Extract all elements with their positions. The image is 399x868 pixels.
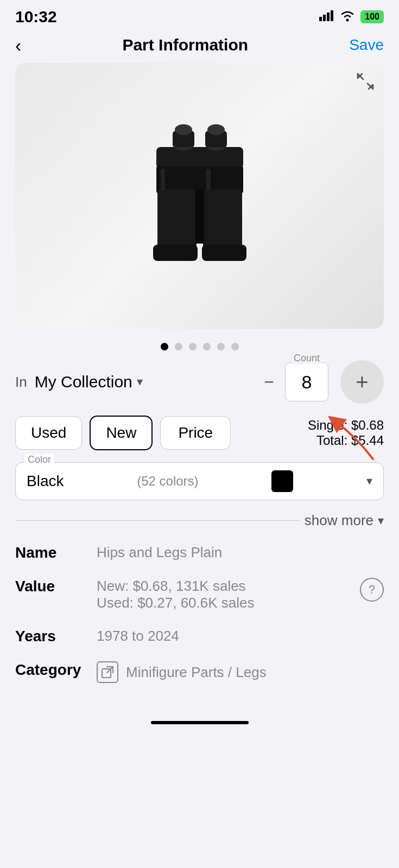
new-button[interactable]: New (90, 416, 153, 450)
svg-rect-14 (153, 245, 198, 261)
home-bar (151, 721, 249, 724)
count-value: 8 (302, 372, 312, 393)
external-link-icon[interactable] (97, 661, 118, 683)
in-label: In (15, 374, 27, 391)
condition-row: Used New Price Single: $0.68 Total: $5.4… (15, 416, 384, 450)
name-label: Name (15, 544, 86, 561)
collection-name: My Collection (35, 373, 132, 391)
count-container: Count 8 (285, 362, 328, 401)
wifi-icon (340, 10, 355, 24)
svg-point-8 (175, 124, 192, 135)
status-time: 10:32 (15, 8, 57, 26)
page-title: Part Information (122, 36, 248, 54)
info-section: Name Hips and Legs Plain Value New: $0.6… (15, 544, 384, 712)
collection-dropdown-arrow: ▾ (137, 375, 143, 389)
color-label: Color (24, 454, 54, 465)
value-new: New: $0.68, 131K sales (97, 578, 345, 595)
color-count: (52 colors) (137, 474, 198, 489)
svg-rect-2 (327, 12, 330, 21)
battery-badge: 100 (360, 10, 384, 23)
total-price: Total: $5.44 (308, 433, 384, 448)
svg-rect-1 (323, 15, 326, 21)
status-icons: 100 (319, 10, 384, 24)
product-image[interactable] (15, 63, 384, 329)
collection-dropdown[interactable]: My Collection ▾ (35, 373, 254, 391)
dot-4[interactable] (203, 343, 211, 350)
increment-button[interactable]: + (340, 360, 384, 404)
single-price: Single: $0.68 (308, 418, 384, 433)
home-indicator (0, 712, 399, 730)
status-bar: 10:32 100 (0, 0, 399, 29)
category-content: Minifigure Parts / Legs (97, 661, 267, 683)
product-image-container (15, 63, 384, 329)
category-label: Category (15, 661, 86, 679)
color-container[interactable]: Color Black (52 colors) ▾ (15, 462, 384, 500)
years-value: 1978 to 2024 (97, 628, 384, 644)
dot-6[interactable] (231, 343, 239, 350)
show-more-divider (15, 520, 300, 521)
back-button[interactable]: ‹ (15, 36, 21, 54)
svg-rect-19 (206, 169, 211, 190)
show-more-arrow[interactable]: ▾ (378, 514, 384, 528)
years-row: Years 1978 to 2024 (15, 628, 384, 645)
value-details: New: $0.68, 131K sales Used: $0.27, 60.6… (97, 578, 345, 611)
svg-line-23 (107, 667, 113, 673)
svg-rect-12 (156, 166, 243, 193)
category-row: Category Minifigure Parts / Legs (15, 661, 384, 683)
dot-2[interactable] (175, 343, 182, 350)
count-field[interactable]: 8 (285, 362, 328, 401)
category-value: Minifigure Parts / Legs (126, 664, 267, 681)
content-area: In My Collection ▾ − Count 8 + Used New … (0, 360, 399, 712)
dot-3[interactable] (189, 343, 197, 350)
svg-rect-5 (156, 147, 243, 169)
svg-rect-16 (202, 245, 246, 261)
svg-point-11 (207, 124, 225, 135)
price-info: Single: $0.68 Total: $5.44 (308, 418, 384, 448)
count-label: Count (292, 353, 322, 364)
expand-icon[interactable] (357, 73, 374, 94)
image-dots (0, 337, 399, 360)
years-label: Years (15, 628, 86, 645)
decrement-button[interactable]: − (261, 372, 277, 392)
price-button[interactable]: Price (160, 416, 231, 450)
show-more-button[interactable]: show more (305, 512, 373, 529)
signal-icon (319, 10, 334, 24)
svg-rect-3 (331, 10, 333, 21)
price-section-wrapper: Used New Price Single: $0.68 Total: $5.4… (15, 416, 384, 450)
svg-point-4 (346, 18, 349, 21)
collection-row: In My Collection ▾ − Count 8 + (15, 360, 384, 404)
color-swatch (271, 470, 293, 492)
value-row: Value New: $0.68, 131K sales Used: $0.27… (15, 578, 384, 611)
svg-rect-18 (161, 169, 165, 190)
value-label: Value (15, 578, 86, 595)
lego-legs-svg (129, 114, 270, 277)
show-more-row: show more ▾ (15, 502, 384, 544)
name-row: Name Hips and Legs Plain (15, 544, 384, 561)
value-used: Used: $0.27, 60.6K sales (97, 595, 345, 611)
name-value: Hips and Legs Plain (97, 544, 384, 561)
color-dropdown-arrow[interactable]: ▾ (366, 474, 372, 488)
color-name: Black (27, 473, 64, 490)
color-row: Black (52 colors) ▾ (27, 470, 372, 492)
value-help-icon[interactable]: ? (360, 578, 384, 602)
svg-rect-13 (157, 189, 197, 249)
nav-header: ‹ Part Information Save (0, 29, 399, 63)
svg-rect-15 (203, 189, 242, 249)
used-button[interactable]: Used (15, 416, 82, 450)
save-button[interactable]: Save (349, 36, 384, 54)
dot-5[interactable] (217, 343, 225, 350)
dot-1[interactable] (161, 343, 168, 350)
svg-rect-0 (319, 17, 322, 21)
svg-rect-17 (195, 189, 204, 244)
